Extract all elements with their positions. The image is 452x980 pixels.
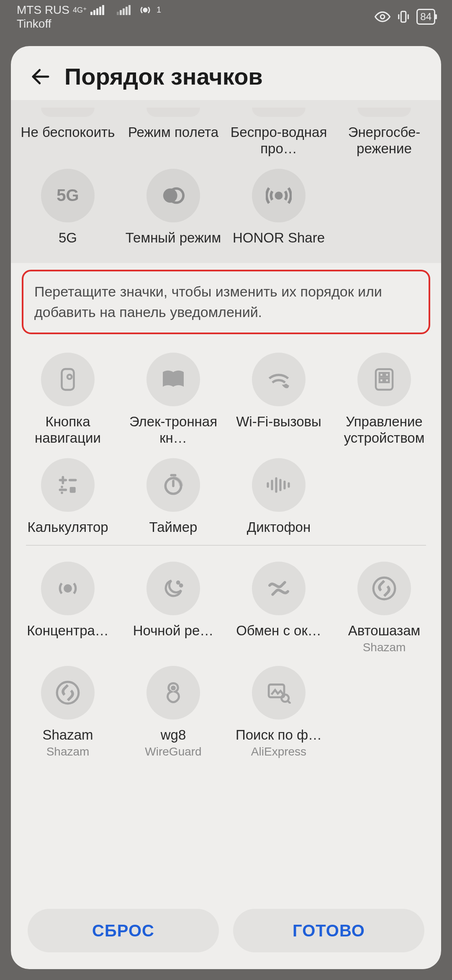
tile-label: Кнопка навигации — [18, 414, 118, 446]
page-title: Порядок значков — [64, 63, 263, 90]
active-tiles-section: Не беспокоить Режим полета Беспро-водная… — [11, 100, 441, 263]
wifi-call-icon — [266, 369, 291, 390]
nav-key-icon — [57, 367, 78, 392]
timer-icon — [162, 473, 185, 497]
dnd-icon — [41, 108, 95, 117]
carrier-2-label: Tinkoff — [17, 17, 161, 31]
drag-hint: Перетащите значки, чтобы изменить их пор… — [22, 270, 430, 335]
signal-bars-2-icon — [117, 5, 131, 15]
tile-device-control[interactable]: Управление устройством — [331, 345, 437, 451]
tile-5g[interactable]: 5G 5G — [15, 161, 121, 250]
svg-rect-12 — [380, 379, 383, 382]
tile-nearby-share[interactable]: Обмен с ок… — [226, 554, 331, 658]
tile-label: Концентра… — [25, 623, 110, 639]
tile-ebook[interactable]: Элек-тронная кн… — [121, 345, 226, 451]
tile-label: Обмен с ок… — [234, 623, 323, 639]
tile-label: Ночной ре… — [131, 623, 216, 639]
calculator-icon — [56, 473, 80, 497]
tile-sublabel: AliExpress — [251, 745, 306, 758]
tile-dark-mode[interactable]: Темный режим — [121, 161, 226, 250]
network-type: 4G⁺ — [73, 6, 87, 14]
tile-label: Не беспокоить — [19, 124, 117, 141]
fiveg-icon: 5G — [56, 186, 79, 205]
moon-icon — [162, 577, 185, 600]
airplane-icon — [146, 108, 200, 117]
tile-label: Поиск по ф… — [234, 727, 324, 743]
footer: СБРОС ГОТОВО — [11, 901, 441, 969]
swap-icon — [267, 579, 291, 598]
tile-label: Элек-тронная кн… — [123, 414, 223, 446]
dark-mode-icon — [161, 183, 185, 208]
svg-rect-7 — [62, 369, 74, 390]
share-icon — [266, 183, 292, 209]
svg-point-24 — [180, 585, 182, 587]
tile-timer[interactable]: Таймер — [121, 451, 226, 540]
shazam-icon — [371, 575, 397, 601]
section-divider — [26, 545, 426, 546]
signal-bars-icon — [90, 5, 104, 15]
waveform-icon — [265, 477, 292, 493]
tile-calculator[interactable]: Калькулятор — [15, 451, 121, 540]
vibrate-icon — [396, 10, 411, 24]
svg-rect-2 — [401, 11, 406, 22]
tile-power-saving[interactable]: Энергосбе-режение — [331, 100, 437, 161]
carrier-1-label: MTS RUS — [17, 3, 69, 17]
svg-point-27 — [172, 687, 175, 690]
svg-point-6 — [276, 193, 282, 198]
battery-indicator: 84 — [416, 9, 435, 25]
svg-point-25 — [373, 578, 395, 599]
svg-rect-13 — [385, 379, 389, 382]
available-tiles-section: Кнопка навигации Элек-тронная кн… Wi-Fi-… — [11, 345, 441, 901]
tile-label: Темный режим — [124, 230, 223, 246]
svg-line-30 — [288, 701, 291, 704]
tile-label: Таймер — [148, 519, 199, 536]
battery-saver-icon — [357, 108, 411, 117]
tile-recorder[interactable]: Диктофон — [226, 451, 331, 540]
reset-button[interactable]: СБРОС — [28, 909, 219, 952]
done-button[interactable]: ГОТОВО — [233, 909, 424, 952]
tile-honor-share[interactable]: HONOR Share — [226, 161, 331, 250]
eye-icon — [375, 9, 390, 25]
tile-label: wg8 — [159, 727, 188, 743]
tile-shazam[interactable]: Shazam Shazam — [15, 658, 121, 763]
image-search-icon — [267, 682, 291, 704]
tile-label: Shazam — [41, 727, 95, 743]
tile-label: Управление устройством — [334, 414, 434, 446]
shazam-icon — [55, 680, 81, 706]
tile-image-search[interactable]: Поиск по ф… AliExpress — [226, 658, 331, 763]
settings-card: Порядок значков Не беспокоить Режим поле… — [11, 46, 441, 969]
tile-focus[interactable]: Концентра… — [15, 554, 121, 658]
tile-label: Энергосбе-режение — [334, 124, 434, 157]
book-icon — [161, 369, 186, 390]
tile-sublabel: Shazam — [46, 745, 90, 758]
tile-label: Wi-Fi-вызовы — [234, 414, 323, 430]
svg-rect-10 — [380, 373, 383, 377]
svg-point-1 — [381, 15, 385, 19]
svg-point-26 — [57, 682, 79, 704]
tile-wireguard[interactable]: wg8 WireGuard — [121, 658, 226, 763]
tile-auto-shazam[interactable]: Автошазам Shazam — [331, 554, 437, 658]
hotspot-icon — [138, 3, 152, 17]
tile-label: Режим полета — [126, 124, 220, 141]
header: Порядок значков — [11, 46, 441, 100]
hotspot-count: 1 — [157, 5, 161, 15]
back-button[interactable] — [29, 65, 52, 88]
tile-label: Калькулятор — [26, 519, 110, 536]
tile-wireless-projection[interactable]: Беспро-водная про… — [226, 100, 331, 161]
svg-point-23 — [177, 582, 179, 584]
tile-label: HONOR Share — [231, 230, 326, 246]
status-right: 84 — [375, 9, 435, 25]
svg-point-0 — [144, 8, 147, 12]
tile-night-mode[interactable]: Ночной ре… — [121, 554, 226, 658]
svg-rect-11 — [385, 373, 389, 377]
status-left: MTS RUS 4G⁺ 1 Tinkoff — [17, 3, 161, 31]
tile-airplane-mode[interactable]: Режим полета — [121, 100, 226, 161]
tile-nav-key[interactable]: Кнопка навигации — [15, 345, 121, 451]
tile-do-not-disturb[interactable]: Не беспокоить — [15, 100, 121, 161]
status-bar: MTS RUS 4G⁺ 1 Tinkoff 84 — [0, 0, 452, 34]
tile-sublabel: WireGuard — [145, 745, 201, 758]
device-grid-icon — [373, 367, 395, 392]
tile-label: Диктофон — [245, 519, 312, 536]
cast-icon — [252, 108, 306, 117]
tile-wifi-calling[interactable]: Wi-Fi-вызовы — [226, 345, 331, 451]
